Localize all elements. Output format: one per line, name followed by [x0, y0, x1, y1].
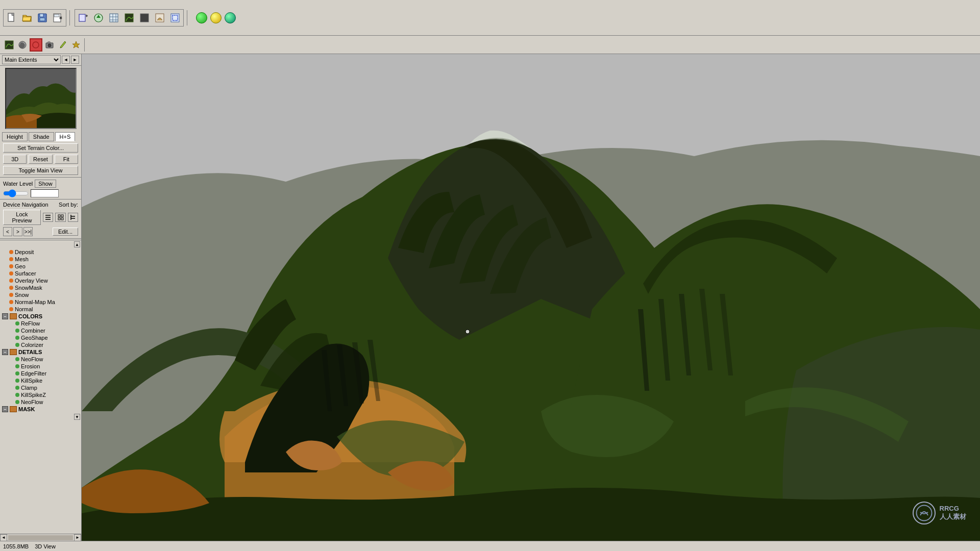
open-btn[interactable] [20, 11, 34, 25]
water-level-row: Water Level Show [0, 179, 81, 189]
tree-item-neoflow2[interactable]: NeoFlow [1, 398, 80, 406]
section-mask[interactable]: − MASK [1, 406, 80, 413]
view-dropdown[interactable]: Main ExtentsCustom View 1Custom View 2 [2, 55, 61, 64]
tree-item-mesh[interactable]: Mesh [1, 256, 80, 263]
view-shade-btn[interactable] [16, 38, 29, 52]
tree-label-erosion: Erosion [21, 363, 40, 369]
svg-point-45 [916, 505, 932, 520]
tree-item-killspike[interactable]: KillSpike [1, 377, 80, 384]
water-slider-row: 1627.5 m [0, 189, 81, 198]
tree-item-geoshape[interactable]: GeoShape [1, 334, 80, 341]
tree-item-killspikez[interactable]: KillSpikeZ [1, 391, 80, 398]
tab-hs[interactable]: H+S [55, 132, 76, 141]
select-btn[interactable] [168, 11, 182, 25]
svg-rect-31 [48, 42, 50, 43]
end-btn[interactable]: >>| [23, 227, 33, 236]
tree-item-erosion[interactable]: Erosion [1, 363, 80, 370]
cursor-dot [465, 330, 470, 334]
tree-label-snow: Snow [15, 292, 29, 298]
new-btn[interactable] [5, 11, 19, 25]
tree-item-deposit[interactable]: Deposit [1, 248, 80, 256]
toggle-main-view-btn[interactable]: Toggle Main View [3, 166, 78, 175]
tree-item-geo[interactable]: Geo [1, 263, 80, 270]
save-btn[interactable] [35, 11, 50, 25]
tree-item-normalmap[interactable]: Normal-Map Ma [1, 298, 80, 306]
svg-rect-38 [61, 215, 63, 217]
mesh-btn[interactable] [107, 11, 121, 25]
section-colors[interactable]: − COLORS [1, 313, 80, 320]
tree-label-neoflow2: NeoFlow [21, 399, 43, 405]
3d-btn[interactable]: 3D [3, 155, 27, 164]
brush-btn[interactable] [153, 11, 167, 25]
tree-item-colorizer[interactable]: Colorizer [1, 341, 80, 348]
tab-shade[interactable]: Shade [29, 132, 54, 141]
tree-item-surfacer[interactable]: Surfacer [1, 270, 80, 277]
dot-surfacer [9, 271, 13, 276]
yellow-light[interactable] [210, 12, 222, 23]
view-left-btn[interactable]: ◄ [62, 56, 70, 64]
scroll-right-btn[interactable]: ► [74, 534, 81, 541]
edit-btn[interactable]: Edit... [53, 228, 78, 236]
sort-tree-btn[interactable] [68, 213, 78, 222]
tree-item-neoflow[interactable]: NeoFlow [1, 356, 80, 363]
import-btn[interactable] [76, 11, 90, 25]
memory-usage: 1055.8MB [3, 543, 29, 549]
tree-item-snowmask[interactable]: SnowMask [1, 284, 80, 291]
tree-label-clamp: Clamp [21, 385, 37, 391]
export-btn[interactable] [91, 11, 106, 25]
lock-preview-btn[interactable]: Lock Preview [3, 210, 41, 225]
nav-arrow-row: < > >>| Edit... [0, 226, 81, 237]
tree-label-colorizer: Colorizer [21, 342, 43, 348]
tree-item-overlayview[interactable]: Overlay View [1, 277, 80, 284]
render-btn[interactable] [122, 11, 136, 25]
set-terrain-color-btn[interactable]: Set Terrain Color... [3, 143, 78, 153]
scroll-down-btn[interactable]: ▼ [74, 414, 80, 420]
sort-grid-btn[interactable] [55, 213, 65, 222]
layer-tree[interactable]: ▲ Deposit Mesh Geo Surfacer Overlay V [0, 240, 81, 534]
water-level-slider[interactable] [3, 190, 29, 197]
tree-item-snow[interactable]: Snow [1, 291, 80, 298]
settings2-btn[interactable] [70, 38, 82, 52]
dot-normal [9, 307, 13, 311]
svg-rect-4 [40, 14, 43, 17]
saveas-btn[interactable] [51, 11, 65, 25]
view-color-btn[interactable] [30, 38, 42, 52]
sort-list-btn[interactable] [43, 213, 53, 222]
reset-btn[interactable]: Reset [29, 155, 52, 164]
separator1 [0, 177, 81, 178]
svg-marker-32 [72, 41, 80, 48]
water-show-btn[interactable]: Show [35, 180, 56, 188]
tab-height[interactable]: Height [2, 132, 28, 141]
teal-light[interactable] [225, 12, 236, 23]
heightmap-btn[interactable] [137, 11, 152, 25]
cam-btn[interactable] [43, 38, 56, 52]
top-toolbar [0, 0, 980, 36]
dot-neoflow [15, 357, 19, 361]
scroll-up-btn[interactable]: ▲ [74, 241, 80, 247]
dot-colorizer [15, 343, 19, 347]
prev-btn[interactable]: < [3, 227, 12, 236]
sep1 [69, 10, 71, 26]
brush2-btn[interactable] [57, 38, 69, 52]
tree-label-snowmask: SnowMask [15, 285, 42, 291]
tree-item-edgefilter[interactable]: EdgeFilter [1, 370, 80, 377]
green-light[interactable] [196, 12, 207, 23]
view-3d-btn[interactable] [3, 38, 15, 52]
tree-item-clamp[interactable]: Clamp [1, 384, 80, 391]
section-details[interactable]: − DETAILS [1, 348, 80, 356]
fit-btn[interactable]: Fit [55, 155, 78, 164]
tree-item-reflow[interactable]: ReFlow [1, 320, 80, 327]
3d-viewport[interactable]: RRCG 人人素材 [82, 54, 980, 541]
view-right-btn[interactable]: ► [71, 56, 79, 64]
water-value-input[interactable]: 1627.5 m [31, 189, 59, 197]
tree-item-normal[interactable]: Normal [1, 306, 80, 313]
collapse-details[interactable]: − [2, 349, 8, 355]
collapse-mask[interactable]: − [2, 406, 8, 412]
svg-point-28 [33, 42, 39, 48]
folder-colors [10, 313, 17, 319]
scroll-left-btn[interactable]: ◄ [0, 534, 7, 541]
next-btn[interactable]: > [13, 227, 22, 236]
tree-item-combiner[interactable]: Combiner [1, 327, 80, 334]
status-bar: 1055.8MB 3D View [0, 541, 980, 551]
collapse-colors[interactable]: − [2, 313, 8, 319]
